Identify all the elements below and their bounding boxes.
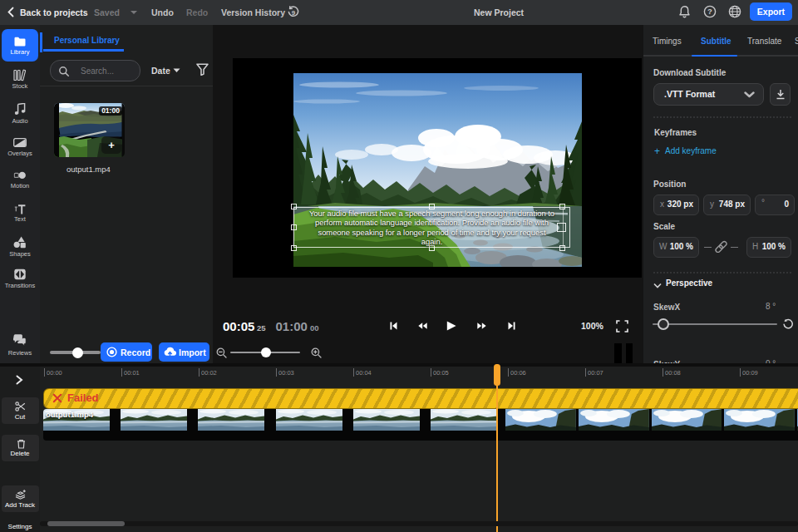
svg-text:?: ?: [707, 7, 712, 16]
svg-text:9: 9: [292, 9, 296, 17]
